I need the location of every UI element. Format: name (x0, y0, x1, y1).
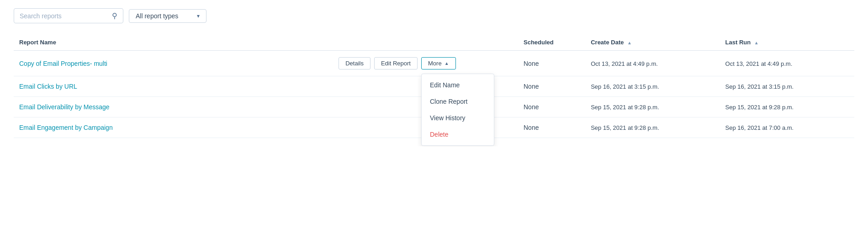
report-name-cell: Email Clicks by URL (14, 76, 333, 97)
dropdown-item-edit-name[interactable]: Edit Name (422, 77, 494, 93)
scheduled-value: None (524, 60, 539, 67)
col-header-scheduled: Scheduled (518, 34, 585, 51)
create-date-value: Sep 16, 2021 at 3:15 p.m. (591, 83, 659, 90)
last-run-cell: Sep 16, 2021 at 7:00 a.m. (720, 117, 854, 138)
sort-icon-lastrun: ▲ (754, 40, 759, 45)
chevron-up-icon: ▲ (445, 61, 449, 66)
create-date-value: Sep 15, 2021 at 9:28 p.m. (591, 124, 659, 131)
scheduled-cell: None (518, 117, 585, 138)
dropdown-item-clone-report[interactable]: Clone Report (422, 93, 494, 110)
col-header-report-name: Report Name (14, 34, 333, 51)
scheduled-value: None (524, 103, 539, 111)
row-actions-cell: Details Edit Report More ▲ Edit Name Clo… (333, 51, 518, 76)
create-date-cell: Sep 15, 2021 at 9:28 p.m. (585, 117, 720, 138)
create-date-value: Oct 13, 2021 at 4:49 p.m. (591, 60, 658, 67)
scheduled-cell: None (518, 51, 585, 76)
toolbar: ⚲ All report types ▾ (14, 8, 854, 23)
last-run-cell: Sep 15, 2021 at 9:28 p.m. (720, 97, 854, 117)
last-run-value: Sep 15, 2021 at 9:28 p.m. (725, 104, 794, 111)
reports-table: Report Name Scheduled Create Date ▲ Last… (14, 34, 854, 138)
report-name-cell: Email Deliverability by Message (14, 97, 333, 117)
col-header-create-date: Create Date ▲ (585, 34, 720, 51)
last-run-value: Sep 16, 2021 at 7:00 a.m. (725, 124, 794, 131)
dropdown-item-delete[interactable]: Delete (422, 126, 494, 143)
action-buttons: Details Edit Report More ▲ Edit Name Clo… (339, 57, 513, 69)
more-dropdown-menu: Edit Name Clone Report View History Dele… (421, 74, 494, 146)
report-name-cell: Copy of Email Properties- multi (14, 51, 333, 76)
table-header-row: Report Name Scheduled Create Date ▲ Last… (14, 34, 854, 51)
report-name-cell: Email Engagement by Campaign (14, 117, 333, 138)
table-row: Copy of Email Properties- multi Details … (14, 51, 854, 76)
report-name-link[interactable]: Email Deliverability by Message (19, 103, 110, 111)
report-name-link[interactable]: Email Clicks by URL (19, 83, 77, 90)
page-container: ⚲ All report types ▾ Report Name Schedul… (0, 0, 868, 146)
more-button[interactable]: More ▲ (421, 57, 456, 69)
last-run-value: Sep 16, 2021 at 3:15 p.m. (725, 83, 794, 90)
scheduled-value: None (524, 83, 539, 90)
dropdown-label: All report types (136, 12, 178, 20)
col-header-last-run: Last Run ▲ (720, 34, 854, 51)
last-run-cell: Oct 13, 2021 at 4:49 p.m. (720, 51, 854, 76)
more-label: More (428, 60, 442, 67)
sort-icon-createdate: ▲ (627, 40, 632, 45)
dropdown-item-view-history[interactable]: View History (422, 110, 494, 126)
create-date-cell: Sep 16, 2021 at 3:15 p.m. (585, 76, 720, 97)
scheduled-value: None (524, 124, 539, 131)
scheduled-cell: None (518, 76, 585, 97)
scheduled-cell: None (518, 97, 585, 117)
col-header-actions (333, 34, 518, 51)
last-run-cell: Sep 16, 2021 at 3:15 p.m. (720, 76, 854, 97)
create-date-value: Sep 15, 2021 at 9:28 p.m. (591, 104, 659, 111)
search-icon: ⚲ (112, 11, 117, 20)
report-name-link[interactable]: Email Engagement by Campaign (19, 124, 113, 131)
create-date-cell: Sep 15, 2021 at 9:28 p.m. (585, 97, 720, 117)
report-type-dropdown[interactable]: All report types ▾ (129, 9, 206, 23)
search-input[interactable] (20, 12, 112, 20)
last-run-value: Oct 13, 2021 at 4:49 p.m. (725, 60, 793, 67)
report-name-link[interactable]: Copy of Email Properties- multi (19, 60, 107, 67)
edit-report-button[interactable]: Edit Report (374, 57, 418, 69)
details-button[interactable]: Details (339, 57, 370, 69)
search-wrapper: ⚲ (14, 8, 123, 23)
chevron-down-icon: ▾ (197, 13, 200, 19)
more-button-container: More ▲ Edit Name Clone Report View Histo… (421, 57, 456, 69)
create-date-cell: Oct 13, 2021 at 4:49 p.m. (585, 51, 720, 76)
